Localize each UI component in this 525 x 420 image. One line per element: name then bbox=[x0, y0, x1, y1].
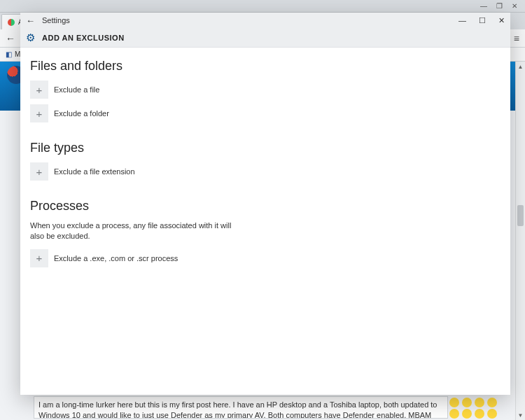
back-icon[interactable]: ← bbox=[6, 33, 15, 44]
maximize-button[interactable]: ☐ bbox=[479, 16, 486, 25]
emoji-icon[interactable] bbox=[475, 409, 484, 419]
section-files-folders: Files and folders + Exclude a file + Exc… bbox=[30, 59, 500, 122]
button-label: Exclude a file bbox=[54, 85, 99, 94]
page-scrollbar[interactable]: ▲ ▼ bbox=[515, 62, 525, 420]
minimize-button[interactable]: — bbox=[476, 1, 491, 11]
exclude-file-extension-button[interactable]: + Exclude a file extension bbox=[30, 162, 500, 181]
section-title: Processes bbox=[30, 199, 500, 214]
scroll-up-icon[interactable]: ▲ bbox=[516, 62, 525, 71]
button-label: Exclude a .exe, .com or .scr process bbox=[54, 254, 178, 262]
emoji-icon[interactable] bbox=[462, 409, 472, 419]
button-label: Exclude a file extension bbox=[54, 167, 135, 176]
settings-window: ← Settings — ☐ ✕ ⚙ ADD AN EXCLUSION File… bbox=[20, 13, 510, 395]
tab-favicon-icon bbox=[8, 19, 15, 26]
close-button[interactable]: ✕ bbox=[507, 1, 522, 11]
section-file-types: File types + Exclude a file extension bbox=[30, 141, 500, 181]
back-icon[interactable]: ← bbox=[26, 15, 35, 26]
section-title: File types bbox=[30, 141, 500, 155]
settings-body: Files and folders + Exclude a file + Exc… bbox=[20, 48, 510, 395]
minimize-button[interactable]: — bbox=[458, 16, 466, 25]
emoji-icon[interactable] bbox=[475, 398, 484, 407]
emoji-icon[interactable] bbox=[449, 398, 459, 407]
settings-header: ⚙ ADD AN EXCLUSION bbox=[20, 28, 510, 48]
maximize-button[interactable]: ❐ bbox=[491, 1, 507, 11]
exclude-folder-button[interactable]: + Exclude a folder bbox=[30, 104, 500, 122]
emoji-icon[interactable] bbox=[462, 398, 472, 407]
plus-icon: + bbox=[30, 162, 48, 181]
exclude-file-button[interactable]: + Exclude a file bbox=[30, 80, 500, 99]
emoji-grid bbox=[449, 398, 498, 419]
settings-app-title: Settings bbox=[42, 16, 70, 24]
emoji-icon[interactable] bbox=[449, 409, 459, 419]
forum-post-text: I am a long-time lurker here but this is… bbox=[34, 396, 448, 419]
emoji-icon[interactable] bbox=[487, 398, 497, 407]
settings-titlebar: ← Settings — ☐ ✕ bbox=[20, 13, 510, 28]
gear-icon: ⚙ bbox=[26, 31, 35, 44]
section-description: When you exclude a process, any file ass… bbox=[30, 220, 240, 242]
section-processes: Processes When you exclude a process, an… bbox=[30, 199, 500, 267]
section-title: Files and folders bbox=[30, 59, 500, 74]
emoji-icon[interactable] bbox=[487, 409, 497, 419]
bookmark-favicon-icon: ◧ bbox=[6, 50, 12, 58]
plus-icon: + bbox=[30, 104, 48, 122]
exclude-process-button[interactable]: + Exclude a .exe, .com or .scr process bbox=[30, 249, 500, 267]
browser-window-controls: — ❐ ✕ bbox=[0, 0, 525, 13]
close-button[interactable]: ✕ bbox=[498, 16, 505, 25]
plus-icon: + bbox=[30, 80, 48, 99]
button-label: Exclude a folder bbox=[54, 109, 109, 118]
scroll-thumb[interactable] bbox=[517, 205, 524, 226]
scroll-down-icon[interactable]: ▼ bbox=[516, 410, 525, 420]
plus-icon: + bbox=[30, 249, 48, 267]
page-title: ADD AN EXCLUSION bbox=[42, 34, 125, 42]
menu-icon[interactable]: ≡ bbox=[514, 33, 519, 44]
